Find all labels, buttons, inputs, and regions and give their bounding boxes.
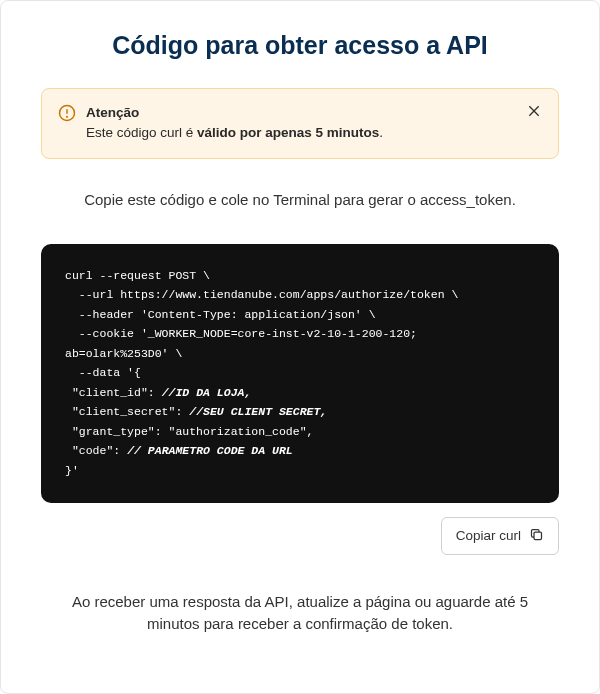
copy-icon xyxy=(529,527,544,545)
alert-text-suffix: . xyxy=(379,125,383,140)
code-line: --url https://www.tiendanube.com/apps/au… xyxy=(65,288,458,301)
code-line: --cookie '_WORKER_NODE=core-inst-v2-10-1… xyxy=(65,327,417,340)
warning-icon xyxy=(58,104,76,126)
alert-content: Atenção Este código curl é válido por ap… xyxy=(86,103,516,144)
svg-rect-5 xyxy=(534,532,542,540)
footer-text: Ao receber uma resposta da API, atualize… xyxy=(41,591,559,636)
alert-text-prefix: Este código curl é xyxy=(86,125,197,140)
copy-curl-button[interactable]: Copiar curl xyxy=(441,517,559,555)
code-line: ab=olark%253D0' \ xyxy=(65,347,182,360)
code-line: "client_id": xyxy=(65,386,162,399)
code-line: --header 'Content-Type: application/json… xyxy=(65,308,376,321)
code-line: --data '{ xyxy=(65,366,141,379)
code-placeholder: //SEU CLIENT SECRET, xyxy=(189,405,327,418)
modal-container: Código para obter acesso a API Atenção E… xyxy=(0,0,600,694)
code-line: curl --request POST \ xyxy=(65,269,210,282)
warning-alert: Atenção Este código curl é válido por ap… xyxy=(41,88,559,159)
code-placeholder: //ID DA LOJA, xyxy=(162,386,252,399)
close-icon[interactable] xyxy=(526,103,542,123)
instruction-text: Copie este código e cole no Terminal par… xyxy=(41,191,559,208)
code-placeholder: // PARAMETRO CODE DA URL xyxy=(127,444,293,457)
button-row: Copiar curl xyxy=(41,517,559,555)
code-line: "client_secret": xyxy=(65,405,189,418)
code-line: "code": xyxy=(65,444,127,457)
page-title: Código para obter acesso a API xyxy=(41,31,559,60)
code-line: "grant_type": "authorization_code", xyxy=(65,425,313,438)
alert-text-bold: válido por apenas 5 minutos xyxy=(197,125,379,140)
code-block: curl --request POST \ --url https://www.… xyxy=(41,244,559,503)
copy-button-label: Copiar curl xyxy=(456,528,521,543)
code-line: }' xyxy=(65,464,79,477)
svg-point-2 xyxy=(67,116,68,117)
alert-title: Atenção xyxy=(86,103,516,123)
